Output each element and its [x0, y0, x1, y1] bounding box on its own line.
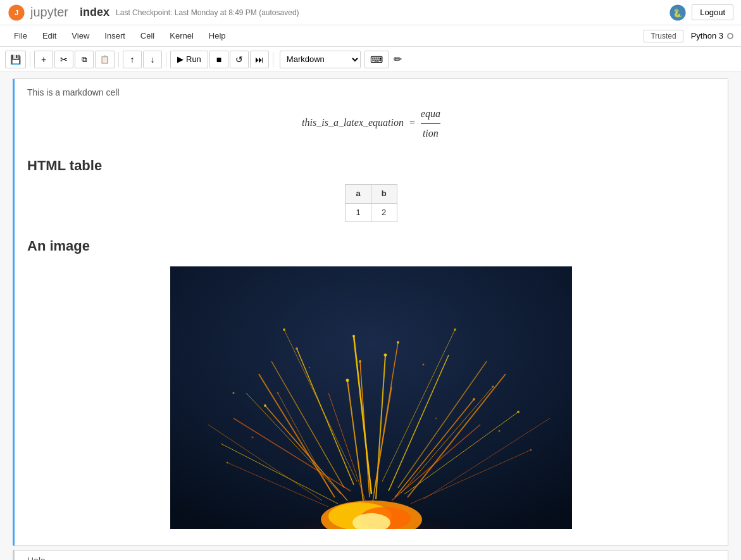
markdown-cell-1[interactable]: This is a markdown cell this_is_a_latex_…: [13, 78, 728, 546]
table-header: a b: [346, 184, 397, 203]
svg-point-40: [346, 378, 349, 382]
copy-button[interactable]: ⧉: [75, 51, 94, 68]
restart-icon: ↺: [235, 54, 243, 65]
python-logo-icon: 🐍: [669, 4, 687, 22]
menu-edit[interactable]: Edit: [36, 28, 63, 43]
restart-button[interactable]: ↺: [230, 51, 249, 68]
svg-point-43: [473, 398, 475, 401]
menu-kernel[interactable]: Kernel: [163, 28, 200, 43]
menubar: File Edit View Insert Cell Kernel Help T…: [0, 25, 741, 47]
svg-point-50: [397, 341, 399, 344]
play-icon: ▶: [177, 54, 184, 64]
latex-left: this_is_a_latex_equation: [302, 117, 404, 128]
svg-point-53: [309, 367, 310, 368]
toolbar: 💾 + ✂ ⧉ 📋 ↑ ↓ ▶ Run ■ ↺ ⏭ Markdown Code …: [0, 47, 741, 72]
fast-forward-icon: ⏭: [255, 54, 264, 65]
move-up-icon: ↑: [130, 54, 135, 65]
menu-insert[interactable]: Insert: [98, 28, 132, 43]
svg-point-37: [264, 404, 266, 407]
latex-equation: this_is_a_latex_equation = equa tion: [27, 106, 715, 141]
svg-text:🐍: 🐍: [673, 8, 683, 18]
menu-view[interactable]: View: [65, 28, 96, 43]
move-down-icon: ↓: [151, 54, 155, 65]
svg-point-51: [454, 328, 456, 331]
trusted-badge: Trusted: [644, 30, 683, 42]
svg-point-58: [499, 430, 501, 432]
menu-cell[interactable]: Cell: [134, 28, 161, 43]
html-table-heading: HTML table: [27, 154, 715, 177]
table-cell-1: 1: [346, 203, 371, 222]
stop-button[interactable]: ■: [209, 51, 228, 68]
save-button[interactable]: 💾: [5, 51, 26, 68]
table-row: 1 2: [346, 203, 397, 222]
edit-mode-button[interactable]: ✏: [390, 51, 406, 68]
hola-text: Hola: [27, 556, 46, 560]
toolbar-separator-1: [30, 52, 30, 67]
svg-point-47: [227, 461, 228, 463]
keyboard-icon: ⌨: [370, 54, 383, 65]
svg-point-56: [435, 418, 437, 419]
kernel-info: Python 3: [691, 31, 733, 40]
stop-icon: ■: [216, 54, 221, 65]
fire-image: [170, 266, 572, 529]
svg-point-54: [423, 363, 425, 365]
kernel-name: Python 3: [691, 31, 723, 40]
toolbar-separator-3: [166, 52, 166, 67]
add-cell-button[interactable]: +: [34, 51, 53, 68]
menu-help[interactable]: Help: [202, 28, 232, 43]
jupyter-logo-icon: J: [8, 4, 25, 22]
notebook-title: index: [80, 6, 109, 19]
svg-point-55: [328, 424, 329, 425]
latex-fraction: equa tion: [421, 106, 440, 141]
copy-icon: ⧉: [82, 55, 87, 64]
kernel-status-icon: [727, 33, 733, 39]
svg-point-44: [492, 385, 494, 387]
checkpoint-info: Last Checkpoint: Last Monday at 8:49 PM …: [116, 8, 299, 17]
table-body: 1 2: [346, 203, 397, 222]
svg-point-57: [252, 436, 254, 438]
notebook-area: This is a markdown cell this_is_a_latex_…: [0, 72, 741, 560]
svg-point-42: [384, 353, 387, 356]
svg-point-39: [296, 347, 298, 350]
save-icon: 💾: [10, 54, 21, 65]
image-heading: An image: [27, 235, 715, 257]
topbar-right: 🐍 Logout: [669, 4, 733, 22]
toolbar-separator-2: [118, 52, 119, 67]
text-cell-hola: Hola: [13, 550, 728, 560]
paste-button[interactable]: 📋: [95, 51, 115, 68]
markdown-content: This is a markdown cell this_is_a_latex_…: [27, 85, 715, 533]
data-table: a b 1 2: [345, 184, 397, 223]
fast-forward-button[interactable]: ⏭: [250, 51, 269, 68]
pencil-icon: ✏: [394, 54, 402, 65]
toolbar-separator-4: [273, 52, 273, 67]
logout-button[interactable]: Logout: [692, 4, 733, 20]
jupyter-logo-area: J jupyter: [8, 4, 70, 22]
move-down-button[interactable]: ↓: [143, 51, 162, 68]
table-header-a: a: [346, 184, 371, 203]
svg-point-48: [530, 449, 532, 451]
svg-point-45: [517, 411, 520, 413]
move-up-button[interactable]: ↑: [123, 51, 142, 68]
table-header-row: a b: [346, 184, 397, 203]
topbar: J jupyter index Last Checkpoint: Last Mo…: [0, 0, 741, 25]
keyboard-shortcuts-button[interactable]: ⌨: [364, 51, 389, 68]
svg-text:J: J: [15, 9, 18, 16]
svg-point-52: [283, 328, 285, 331]
svg-point-49: [352, 335, 355, 337]
table-cell-2: 2: [371, 203, 397, 222]
cut-icon: ✂: [60, 54, 68, 65]
paste-icon: 📋: [100, 55, 109, 64]
table-header-b: b: [371, 184, 397, 203]
markdown-intro-text: This is a markdown cell: [27, 85, 715, 99]
run-label: Run: [186, 54, 201, 64]
plus-icon: +: [41, 54, 46, 65]
svg-point-38: [233, 392, 235, 394]
cut-button[interactable]: ✂: [54, 51, 73, 68]
latex-equals: =: [409, 117, 416, 128]
run-button[interactable]: ▶ Run: [170, 51, 208, 68]
svg-point-41: [359, 360, 361, 363]
menu-file[interactable]: File: [8, 28, 34, 43]
cell-type-select[interactable]: Markdown Code Raw NBConvert Heading: [280, 51, 361, 68]
svg-point-46: [277, 392, 279, 394]
